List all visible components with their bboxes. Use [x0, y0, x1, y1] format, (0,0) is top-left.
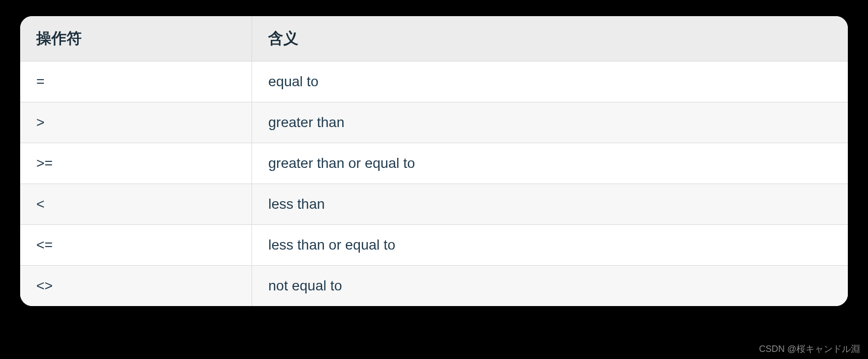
cell-operator: =: [20, 62, 252, 102]
cell-operator: <=: [20, 225, 252, 266]
table-row: <= less than or equal to: [20, 225, 848, 266]
operators-table-container: 操作符 含义 = equal to > greater than >= grea…: [20, 16, 848, 306]
table-row: <> not equal to: [20, 266, 848, 307]
watermark-text: CSDN @桜キャンドル淵: [759, 343, 860, 355]
cell-meaning: not equal to: [252, 266, 848, 307]
table-row: > greater than: [20, 102, 848, 143]
header-operator: 操作符: [20, 16, 252, 62]
table-row: >= greater than or equal to: [20, 143, 848, 184]
cell-operator: <>: [20, 266, 252, 307]
table-row: = equal to: [20, 62, 848, 102]
cell-meaning: less than or equal to: [252, 225, 848, 266]
cell-meaning: greater than or equal to: [252, 143, 848, 184]
cell-meaning: less than: [252, 184, 848, 225]
cell-operator: >=: [20, 143, 252, 184]
table-row: < less than: [20, 184, 848, 225]
operators-table: 操作符 含义 = equal to > greater than >= grea…: [20, 16, 848, 306]
header-meaning: 含义: [252, 16, 848, 62]
cell-meaning: greater than: [252, 102, 848, 143]
cell-operator: >: [20, 102, 252, 143]
cell-meaning: equal to: [252, 62, 848, 102]
cell-operator: <: [20, 184, 252, 225]
table-header-row: 操作符 含义: [20, 16, 848, 62]
